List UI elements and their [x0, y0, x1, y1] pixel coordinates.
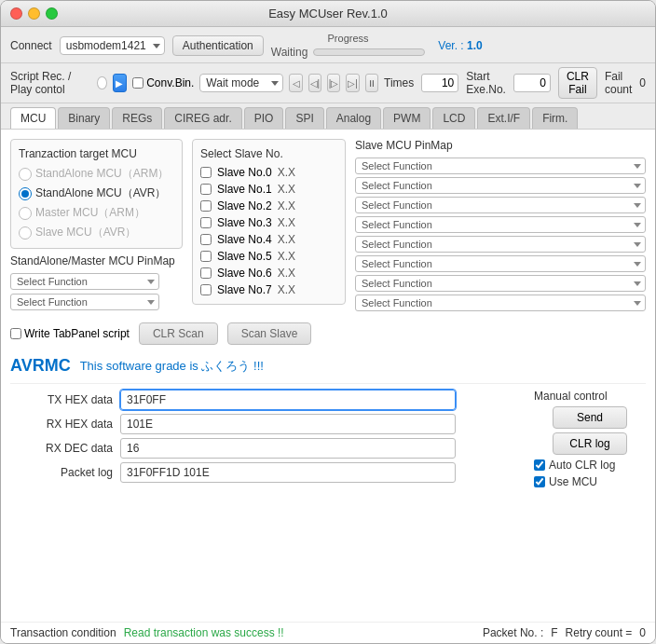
rx-input[interactable]	[120, 414, 456, 434]
nav-fwd-button[interactable]: ▷|	[346, 74, 359, 92]
nav-prev-button[interactable]: ◁|	[308, 74, 321, 92]
tx-label: TX HEX data	[10, 393, 113, 406]
data-section: TX HEX data RX HEX data RX DEC data Pack…	[10, 383, 646, 488]
rx-label: RX HEX data	[10, 418, 113, 431]
slave-check-0[interactable]	[200, 167, 212, 178]
send-button[interactable]: Send	[553, 406, 627, 429]
master-func-select-0[interactable]: Select Function	[10, 273, 159, 290]
slave-func-select-2[interactable]: Select Function	[355, 197, 646, 213]
radio-master-arm	[19, 207, 32, 220]
packet-log-input[interactable]	[120, 462, 456, 483]
radio-standalone-avr	[19, 187, 32, 200]
maximize-button[interactable]	[46, 7, 58, 20]
slave-func-select-1[interactable]: Select Function	[355, 177, 646, 194]
slave-val-7: X.X	[278, 283, 300, 296]
slave-func-select-6[interactable]: Select Function	[355, 275, 646, 292]
tab-bar: MCU Binary REGs CIREG adr. PIO SPI Analo…	[1, 103, 655, 130]
clr-scan-button[interactable]: CLR Scan	[139, 322, 218, 345]
master-func-select-1[interactable]: Select Function	[10, 294, 159, 310]
slave-func-select-4[interactable]: Select Function	[355, 236, 646, 253]
data-fields: TX HEX data RX HEX data RX DEC data Pack…	[10, 390, 519, 488]
slave-label-1: Slave No.1	[217, 183, 272, 196]
tab-pwm[interactable]: PWM	[383, 107, 430, 129]
scan-slave-button[interactable]: Scan Slave	[227, 322, 312, 345]
auth-button[interactable]: Authentication	[172, 35, 264, 56]
port-select[interactable]: usbmodem1421	[60, 36, 165, 55]
status-bar: Transaction condition Read transaction w…	[1, 622, 655, 643]
write-tabpanel-text: Write TabPanel script	[24, 327, 130, 340]
tab-cireg[interactable]: CIREG adr.	[164, 107, 241, 129]
tab-extif[interactable]: Ext.I/F	[477, 107, 530, 129]
slave-check-4[interactable]	[200, 234, 212, 245]
slave-label-3: Slave No.3	[217, 216, 272, 229]
write-tabpanel-checkbox[interactable]	[10, 328, 21, 339]
auto-clr-checkbox[interactable]	[534, 459, 545, 471]
close-button[interactable]	[10, 7, 22, 20]
slave-func-select-3[interactable]: Select Function	[355, 216, 646, 233]
tab-regs[interactable]: REGs	[112, 107, 162, 129]
slave-check-5[interactable]	[200, 251, 212, 262]
nav-pause-button[interactable]: ⏸	[365, 74, 378, 92]
tab-firm[interactable]: Firm.	[532, 107, 578, 129]
fail-count-label: Fail count	[605, 70, 632, 96]
clr-fail-button[interactable]: CLR Fail	[558, 67, 597, 99]
record-radio[interactable]	[97, 76, 106, 89]
radio-slave-avr	[19, 226, 32, 240]
slave-func-select-0[interactable]: Select Function	[355, 158, 646, 174]
slave-label-7: Slave No.7	[217, 283, 272, 296]
write-tabpanel-label[interactable]: Write TabPanel script	[10, 327, 130, 340]
slave-check-2[interactable]	[200, 200, 212, 212]
clrlog-button[interactable]: CLR log	[553, 432, 627, 455]
manual-control: Manual control Send CLR log Auto CLR log…	[534, 390, 646, 488]
option-standalone-avr[interactable]: StandAlone MCU（AVR）	[19, 185, 174, 201]
radio-standalone-arm	[19, 168, 32, 181]
slave-check-6[interactable]	[200, 267, 212, 279]
wait-mode-select[interactable]: Wait mode	[199, 74, 283, 92]
auto-clr-row[interactable]: Auto CLR log	[534, 459, 646, 472]
times-input[interactable]	[421, 74, 458, 92]
nav-back-button[interactable]: ◁	[289, 74, 302, 92]
conv-bin-label[interactable]: Conv.Bin.	[132, 76, 194, 89]
slave-check-7[interactable]	[200, 284, 212, 295]
script-label: Script Rec. / Play contol	[10, 70, 91, 96]
master-pinmap-list: Select Function Select Function	[10, 273, 183, 310]
slave-func-select-7[interactable]: Select Function	[355, 295, 646, 311]
nav-next-button[interactable]: |▷	[327, 74, 340, 92]
titlebar: Easy MCUser Rev.1.0	[1, 1, 655, 27]
slave-check-1[interactable]	[200, 184, 212, 195]
tab-analog[interactable]: Analog	[326, 107, 381, 129]
auto-clr-text: Auto CLR log	[549, 459, 615, 472]
use-mcu-row[interactable]: Use MCU	[534, 475, 646, 488]
option-standalone-arm[interactable]: StandAlone MCU（ARM）	[19, 166, 174, 182]
left-col: Tranzaction target MCU StandAlone MCU（AR…	[10, 139, 183, 310]
version-label: Ver. : 1.0	[438, 39, 482, 52]
pinmap-list: Select Function Select Function Select F…	[355, 158, 646, 311]
fail-count-value: 0	[639, 76, 646, 89]
option-slave-avr[interactable]: Slave MCU（AVR）	[19, 225, 174, 240]
radio-group: StandAlone MCU（ARM） StandAlone MCU（AVR） …	[19, 166, 174, 240]
tab-binary[interactable]: Binary	[58, 107, 110, 129]
tab-mcu[interactable]: MCU	[10, 107, 56, 129]
rx-dec-input[interactable]	[120, 438, 456, 459]
tab-lcd[interactable]: LCD	[432, 107, 475, 129]
slave-check-3[interactable]	[200, 217, 212, 228]
minimize-button[interactable]	[28, 7, 40, 20]
start-exe-input[interactable]	[513, 74, 551, 92]
slave-pinmap-title: Slave MCU PinMap	[355, 139, 646, 152]
conv-bin-checkbox[interactable]	[132, 77, 144, 89]
tab-spi[interactable]: SPI	[285, 107, 323, 129]
use-mcu-checkbox[interactable]	[534, 476, 545, 487]
window-controls	[10, 7, 58, 20]
slave-func-select-5[interactable]: Select Function	[355, 255, 646, 272]
slave-title: Select Slave No.	[200, 147, 337, 160]
tx-input[interactable]	[120, 390, 456, 410]
packet-label: Packet No. :	[483, 626, 543, 639]
tab-pio[interactable]: PIO	[244, 107, 284, 129]
toolbar: Connect usbmodem1421 Authentication Prog…	[1, 27, 655, 63]
slave-val-5: X.X	[278, 250, 300, 263]
play-button[interactable]: ▶	[113, 74, 128, 92]
slave-list: Slave No.0 X.X Slave No.1 X.X Slave No.2…	[200, 166, 337, 296]
tx-row: TX HEX data	[10, 390, 519, 410]
transaction-title: Tranzaction target MCU	[19, 147, 174, 160]
option-master-arm[interactable]: Master MCU（ARM）	[19, 205, 174, 221]
